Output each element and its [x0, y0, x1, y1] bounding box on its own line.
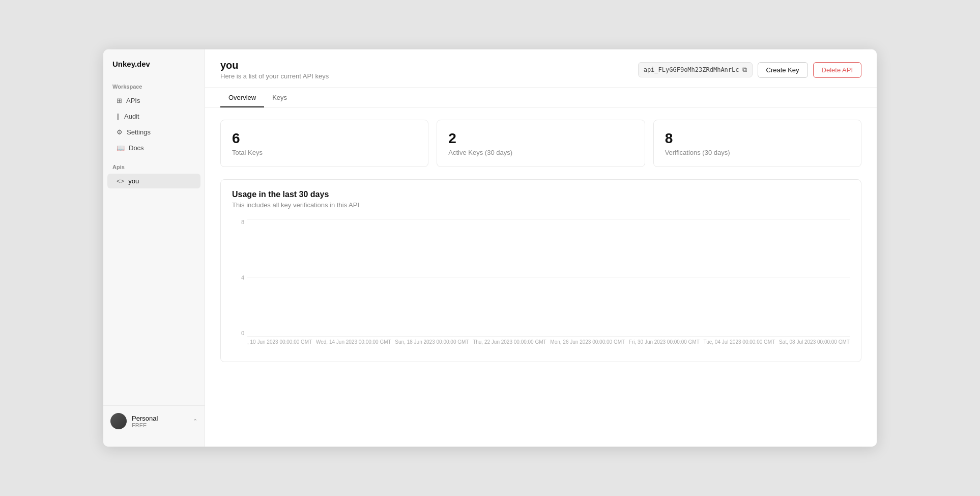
sidebar-item-docs-label: Docs — [129, 144, 144, 152]
gear-icon: ⚙ — [117, 128, 123, 136]
main-content: you Here is a list of your current API k… — [205, 49, 877, 447]
delete-api-button[interactable]: Delete API — [813, 62, 861, 78]
stat-card-total-keys: 6 Total Keys — [220, 120, 428, 167]
header-left: you Here is a list of your current API k… — [220, 60, 329, 80]
x-label-6: Tue, 04 Jul 2023 00:00:00 GMT — [703, 339, 775, 345]
bar-chart-icon: ∥ — [117, 113, 120, 120]
total-keys-value: 6 — [232, 130, 417, 147]
sidebar-item-docs[interactable]: 📖 Docs — [107, 141, 200, 155]
apis-section-label: Apis — [103, 156, 205, 173]
sidebar-api-you-label: you — [128, 177, 139, 185]
y-label-0: 0 — [241, 330, 244, 336]
page-header: you Here is a list of your current API k… — [205, 49, 877, 88]
workspace-label: Workspace — [103, 78, 205, 93]
stat-card-active-keys: 2 Active Keys (30 days) — [437, 120, 645, 167]
x-label-5: Fri, 30 Jun 2023 00:00:00 GMT — [629, 339, 700, 345]
tab-overview[interactable]: Overview — [220, 88, 264, 107]
tab-keys[interactable]: Keys — [264, 88, 295, 107]
chart-section: Usage in the last 30 days This includes … — [220, 179, 861, 362]
total-keys-label: Total Keys — [232, 149, 417, 156]
tab-bar: Overview Keys — [205, 88, 877, 107]
user-info: Personal FREE — [132, 415, 188, 428]
chart-container: 8 4 0 — [232, 219, 850, 351]
x-label-1: Wed, 14 Jun 2023 00:00:00 GMT — [316, 339, 391, 345]
sidebar-item-audit-label: Audit — [124, 113, 139, 120]
sidebar-item-apis-label: APIs — [126, 97, 140, 104]
sidebar-item-you[interactable]: <> you — [107, 174, 200, 188]
book-icon: 📖 — [117, 144, 125, 152]
chart-x-axis: , 10 Jun 2023 00:00:00 GMTWed, 14 Jun 20… — [247, 337, 850, 351]
chart-plot-area — [247, 219, 850, 336]
sidebar-item-settings[interactable]: ⚙ Settings — [107, 125, 200, 140]
stats-row: 6 Total Keys 2 Active Keys (30 days) 8 V… — [220, 120, 861, 167]
copy-icon[interactable]: ⧉ — [742, 66, 747, 74]
create-key-button[interactable]: Create Key — [758, 62, 808, 78]
sidebar-item-apis[interactable]: ⊞ APIs — [107, 93, 200, 108]
app-logo: Unkey.dev — [103, 60, 205, 78]
sidebar-item-audit[interactable]: ∥ Audit — [107, 109, 200, 124]
chart-title: Usage in the last 30 days — [232, 190, 850, 199]
chart-subtitle: This includes all key verifications in t… — [232, 201, 850, 209]
avatar — [110, 413, 127, 429]
sidebar: Unkey.dev Workspace ⊞ APIs ∥ Audit ⚙ Set… — [103, 49, 205, 447]
verifications-label: Verifications (30 days) — [665, 149, 850, 156]
y-label-8: 8 — [241, 219, 244, 225]
chart-bars — [247, 219, 850, 336]
active-keys-value: 2 — [448, 130, 633, 147]
chart-y-axis: 8 4 0 — [232, 219, 246, 336]
api-key-value: api_FLyGGF9oMh23ZRdMhAnrLc — [644, 66, 739, 73]
app-window: Unkey.dev Workspace ⊞ APIs ∥ Audit ⚙ Set… — [103, 49, 877, 447]
tab-content: 6 Total Keys 2 Active Keys (30 days) 8 V… — [205, 107, 877, 447]
code-icon: <> — [117, 177, 124, 185]
sidebar-item-settings-label: Settings — [127, 128, 151, 136]
user-menu[interactable]: Personal FREE ⌃ — [103, 405, 205, 436]
gridline-bottom — [247, 336, 850, 337]
x-label-7: Sat, 08 Jul 2023 00:00:00 GMT — [779, 339, 850, 345]
header-right: api_FLyGGF9oMh23ZRdMhAnrLc ⧉ Create Key … — [638, 62, 861, 78]
grid-icon: ⊞ — [117, 97, 122, 104]
page-subtitle: Here is a list of your current API keys — [220, 72, 329, 80]
page-title: you — [220, 60, 329, 71]
verifications-value: 8 — [665, 130, 850, 147]
x-label-0: , 10 Jun 2023 00:00:00 GMT — [247, 339, 312, 345]
user-name: Personal — [132, 415, 188, 422]
x-label-2: Sun, 18 Jun 2023 00:00:00 GMT — [395, 339, 469, 345]
stat-card-verifications: 8 Verifications (30 days) — [653, 120, 861, 167]
chevron-down-icon: ⌃ — [193, 418, 197, 425]
api-key-display: api_FLyGGF9oMh23ZRdMhAnrLc ⧉ — [638, 62, 753, 77]
user-plan: FREE — [132, 422, 188, 428]
y-label-4: 4 — [241, 274, 244, 281]
x-label-4: Mon, 26 Jun 2023 00:00:00 GMT — [550, 339, 625, 345]
x-label-3: Thu, 22 Jun 2023 00:00:00 GMT — [473, 339, 546, 345]
active-keys-label: Active Keys (30 days) — [448, 149, 633, 156]
avatar-image — [110, 413, 127, 429]
